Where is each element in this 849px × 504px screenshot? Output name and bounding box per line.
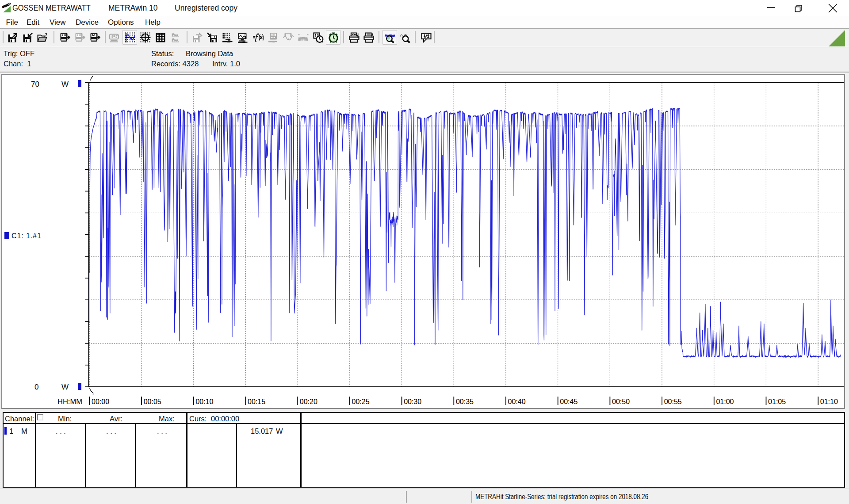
svg-text:C1: 1.#1: C1: 1.#1	[11, 232, 42, 240]
svg-text:00:55: 00:55	[664, 398, 682, 405]
svg-text:00:40: 00:40	[508, 398, 526, 405]
svg-text:00:10: 00:10	[195, 398, 213, 405]
svg-text:01:05: 01:05	[768, 398, 786, 405]
svg-text:W: W	[61, 80, 69, 88]
svg-text:00:05: 00:05	[144, 398, 161, 405]
svg-text:00:15: 00:15	[248, 398, 265, 405]
svg-text:00:00: 00:00	[92, 398, 109, 405]
svg-text:01:10: 01:10	[820, 398, 838, 405]
svg-text:W: W	[61, 383, 69, 391]
svg-text:00:35: 00:35	[456, 398, 474, 405]
svg-text:00:45: 00:45	[560, 398, 577, 405]
svg-text:0: 0	[34, 383, 38, 391]
svg-text:HH:MM: HH:MM	[57, 397, 82, 405]
svg-text:01:00: 01:00	[716, 398, 734, 405]
svg-text:70: 70	[31, 80, 39, 88]
svg-text:00:30: 00:30	[404, 398, 421, 405]
svg-text:00:50: 00:50	[612, 398, 630, 405]
svg-text:00:20: 00:20	[300, 398, 317, 405]
svg-text:00:25: 00:25	[352, 398, 370, 405]
